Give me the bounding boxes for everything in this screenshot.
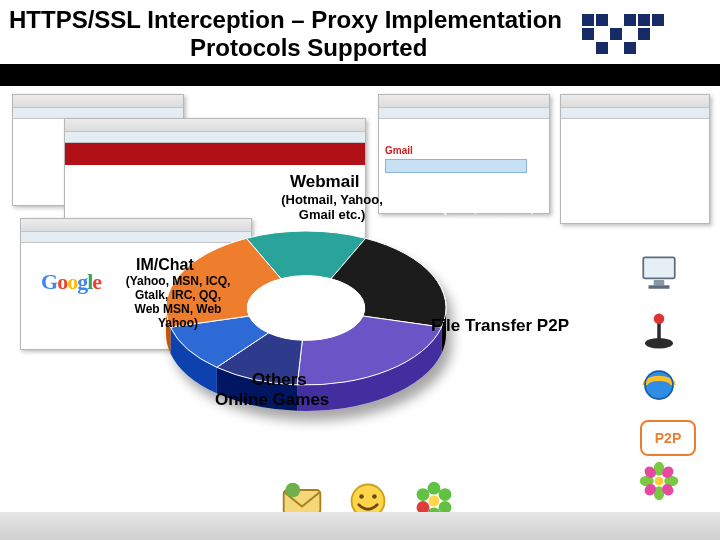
screenshot-gmail-login	[560, 94, 710, 224]
svg-point-9	[655, 477, 664, 486]
joystick-icon	[638, 310, 680, 352]
svg-rect-3	[649, 285, 670, 289]
label-games: Online Games	[215, 390, 329, 410]
google-logo: Google	[41, 269, 101, 295]
svg-rect-2	[654, 280, 665, 285]
ie-icon	[638, 364, 680, 406]
svg-point-25	[439, 488, 452, 501]
label-webmail-sub: (Hotmail, Yahoo, Gmail etc.)	[262, 192, 402, 222]
label-others: Others	[252, 370, 307, 390]
label-imchat: IM/Chat	[136, 256, 194, 274]
label-http: HTTP	[455, 182, 499, 202]
svg-point-29	[417, 488, 430, 501]
p2p-icon: P2P	[640, 420, 696, 456]
svg-point-24	[428, 482, 441, 495]
slide-title-line2: Protocols Supported	[190, 34, 427, 62]
svg-point-19	[286, 483, 301, 498]
decorative-squares	[582, 14, 702, 64]
label-imchat-sub: (Yahoo, MSN, ICQ, Gtalk, IRC, QQ, Web MS…	[122, 274, 234, 330]
svg-point-0	[247, 276, 365, 341]
label-http-sub: (Link, Content, Reconstruct)	[413, 200, 563, 230]
header-blackbar	[0, 64, 720, 86]
footer-bar	[0, 512, 720, 540]
gmail-logo-text: Gmail	[385, 145, 413, 156]
flower-icon	[638, 460, 680, 502]
svg-point-6	[654, 314, 665, 325]
svg-rect-1	[643, 257, 675, 278]
svg-point-23	[429, 496, 440, 507]
label-webmail: Webmail	[290, 172, 360, 192]
svg-point-21	[359, 494, 364, 499]
title-bar: HTTPS/SSL Interception – Proxy Implement…	[0, 0, 720, 84]
label-filetransfer: File Transfer P2P	[430, 316, 570, 336]
slide-root: HTTPS/SSL Interception – Proxy Implement…	[0, 0, 720, 540]
monitor-icon	[638, 252, 680, 294]
svg-point-22	[372, 494, 377, 499]
slide-title-line1: HTTPS/SSL Interception – Proxy Implement…	[9, 6, 562, 34]
